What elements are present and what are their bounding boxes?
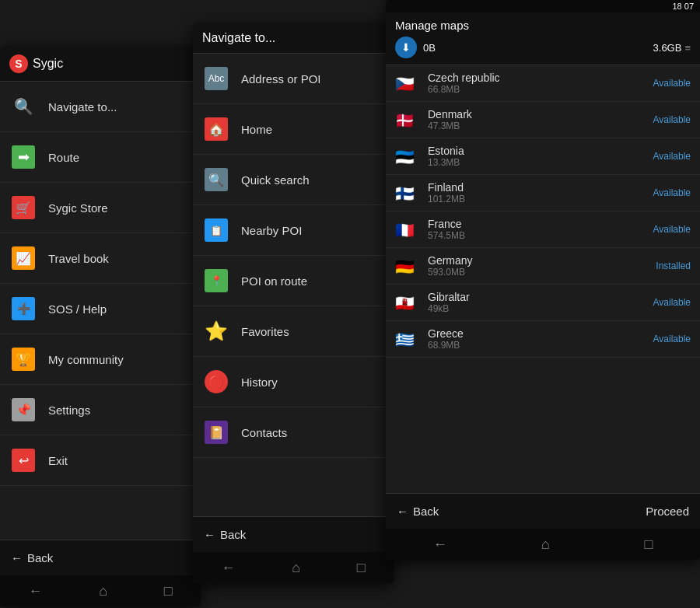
menu-item-store[interactable]: 🛒 Sygic Store bbox=[0, 183, 201, 233]
map-name: Czech republic bbox=[428, 72, 646, 84]
map-name: France bbox=[428, 218, 646, 230]
download-icon: ⬇ bbox=[395, 37, 417, 58]
poionroute-label: POI on route bbox=[241, 274, 307, 288]
nav-back-icon[interactable]: ← bbox=[28, 583, 42, 599]
menu-item-contacts[interactable]: 📔 Contacts bbox=[193, 407, 394, 458]
map-size: 101.2MB bbox=[428, 194, 646, 204]
contacts-icon: 📔 bbox=[202, 418, 230, 446]
screen2-android-nav: ← ⌂ □ bbox=[193, 552, 394, 583]
screen1-back-label: Back bbox=[27, 551, 53, 564]
app-title: Sygic bbox=[33, 57, 63, 71]
map-item-germany[interactable]: 🇩🇪 Germany 593.0MB Installed bbox=[386, 248, 700, 285]
menu-item-navigate[interactable]: 🔍 Navigate to... bbox=[0, 82, 201, 132]
nav2-back-icon[interactable]: ← bbox=[221, 560, 235, 576]
screen-navigate-to: Navigate to... Abc Address or POI 🏠 Home… bbox=[193, 23, 394, 583]
map-status: Available bbox=[653, 187, 691, 198]
navigate-menu-list: Abc Address or POI 🏠 Home 🔍 Quick search… bbox=[193, 54, 394, 458]
map-name: Gibraltar bbox=[428, 291, 646, 303]
map-name: Greece bbox=[428, 327, 646, 340]
route-label: Route bbox=[48, 151, 79, 164]
back-arrow-icon3: ← bbox=[397, 505, 408, 518]
screen1-android-nav: ← ⌂ □ bbox=[0, 575, 201, 606]
menu-item-nearbypoi[interactable]: 📋 Nearby POI bbox=[193, 205, 394, 256]
menu-item-home[interactable]: 🏠 Home bbox=[193, 104, 394, 155]
store-label: Sygic Store bbox=[48, 201, 108, 215]
nearbypoi-label: Nearby POI bbox=[241, 224, 302, 237]
menu-item-sos[interactable]: ➕ SOS / Help bbox=[0, 284, 201, 334]
maps-list: 🇨🇿 Czech republic 66.8MB Available 🇩🇰 De… bbox=[386, 65, 700, 358]
quicksearch-label: Quick search bbox=[241, 173, 310, 187]
sygic-logo: S Sygic bbox=[9, 54, 63, 73]
map-item-gibraltar[interactable]: 🇬🇮 Gibraltar 49kB Available bbox=[386, 285, 700, 321]
map-info: Gibraltar 49kB bbox=[428, 291, 646, 314]
nav-recent-icon[interactable]: □ bbox=[164, 583, 173, 599]
screen2-bottom-bar: ← Back bbox=[193, 516, 394, 552]
flag-icon: 🇩🇰 bbox=[395, 111, 420, 128]
map-item-denmark[interactable]: 🇩🇰 Denmark 47.3MB Available bbox=[386, 102, 700, 138]
map-size: 574.5MB bbox=[428, 230, 646, 241]
download-arrow: ⬇ bbox=[401, 41, 411, 54]
sygic-logo-icon: S bbox=[9, 54, 28, 73]
map-item-czech-republic[interactable]: 🇨🇿 Czech republic 66.8MB Available bbox=[386, 65, 700, 102]
travelbook-icon: 📈 bbox=[9, 244, 37, 272]
map-status: Available bbox=[653, 334, 691, 344]
menu-item-address[interactable]: Abc Address or POI bbox=[193, 54, 394, 104]
screen3-bottom-bar: ← Back Proceed bbox=[386, 493, 700, 529]
travelbook-label: Travel book bbox=[48, 252, 109, 265]
menu-item-quicksearch[interactable]: 🔍 Quick search bbox=[193, 155, 394, 205]
nearbypoi-icon: 📋 bbox=[202, 216, 230, 244]
nav-home-icon[interactable]: ⌂ bbox=[99, 583, 107, 599]
menu-item-route[interactable]: ➡ Route bbox=[0, 132, 201, 183]
screen-main-menu: S Sygic 🔍 Navigate to... ➡ Route 🛒 bbox=[0, 47, 201, 606]
home-icon: 🏠 bbox=[202, 115, 230, 143]
map-item-finland[interactable]: 🇫🇮 Finland 101.2MB Available bbox=[386, 175, 700, 211]
manage-maps-title: Manage maps bbox=[395, 19, 691, 32]
screen3-back-label: Back bbox=[413, 505, 439, 518]
storage-size: 3.6GB ≡ bbox=[653, 42, 691, 54]
screen1-back-button[interactable]: ← Back bbox=[11, 551, 53, 564]
status-time: 18 07 bbox=[672, 2, 694, 11]
map-item-estonia[interactable]: 🇪🇪 Estonia 13.3MB Available bbox=[386, 138, 700, 175]
map-size: 66.8MB bbox=[428, 84, 646, 95]
nav3-home-icon[interactable]: ⌂ bbox=[541, 536, 550, 553]
store-icon: 🛒 bbox=[9, 194, 37, 222]
nav2-recent-icon[interactable]: □ bbox=[357, 560, 366, 576]
proceed-button[interactable]: Proceed bbox=[646, 505, 689, 518]
map-info: Greece 68.9MB bbox=[428, 327, 646, 351]
menu-item-settings[interactable]: 📌 Settings bbox=[0, 385, 201, 435]
flag-icon: 🇫🇷 bbox=[395, 221, 420, 238]
nav2-home-icon[interactable]: ⌂ bbox=[292, 560, 300, 576]
map-status: Available bbox=[653, 151, 691, 162]
status-bar: 18 07 bbox=[386, 0, 700, 12]
favorites-icon: ⭐ bbox=[202, 317, 230, 345]
storage-icon-symbol: ≡ bbox=[684, 42, 691, 54]
nav3-recent-icon[interactable]: □ bbox=[644, 536, 653, 553]
route-icon: ➡ bbox=[9, 143, 37, 171]
map-size: 49kB bbox=[428, 303, 646, 314]
menu-item-favorites[interactable]: ⭐ Favorites bbox=[193, 306, 394, 357]
sos-label: SOS / Help bbox=[48, 302, 107, 316]
map-item-greece[interactable]: 🇬🇷 Greece 68.9MB Available bbox=[386, 321, 700, 358]
exit-icon: ↩ bbox=[9, 446, 37, 474]
screen3-android-nav: ← ⌂ □ bbox=[386, 529, 700, 560]
menu-item-exit[interactable]: ↩ Exit bbox=[0, 435, 201, 486]
settings-icon: 📌 bbox=[9, 396, 37, 424]
map-size: 13.3MB bbox=[428, 157, 646, 168]
favorites-label: Favorites bbox=[241, 325, 289, 338]
screen1-bottom-bar: ← Back bbox=[0, 540, 201, 575]
storage-label: 0B bbox=[423, 42, 436, 54]
address-icon: Abc bbox=[202, 65, 230, 93]
menu-item-history[interactable]: 🚫 History bbox=[193, 357, 394, 407]
menu-item-poionroute[interactable]: 📍 POI on route bbox=[193, 256, 394, 306]
navigate-title: Navigate to... bbox=[202, 31, 275, 45]
screen3-back-button[interactable]: ← Back bbox=[397, 505, 439, 518]
nav3-back-icon[interactable]: ← bbox=[433, 536, 447, 553]
map-name: Estonia bbox=[428, 145, 646, 157]
screen2-back-button[interactable]: ← Back bbox=[204, 528, 246, 541]
sos-icon: ➕ bbox=[9, 295, 37, 323]
menu-item-travelbook[interactable]: 📈 Travel book bbox=[0, 233, 201, 284]
map-item-france[interactable]: 🇫🇷 France 574.5MB Available bbox=[386, 211, 700, 248]
menu-item-community[interactable]: 🏆 My community bbox=[0, 334, 201, 385]
navigate-label: Navigate to... bbox=[48, 100, 117, 114]
map-status: Available bbox=[653, 114, 691, 125]
